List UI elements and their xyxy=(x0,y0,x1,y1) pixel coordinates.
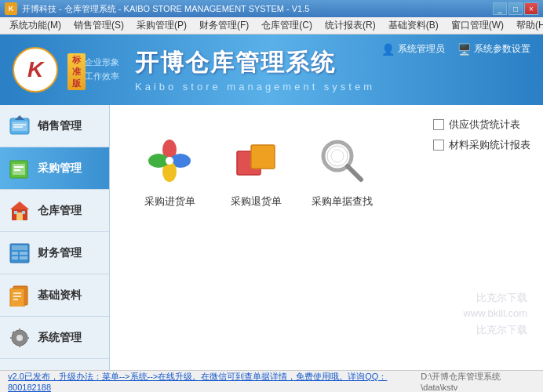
purchase-return-icon-box xyxy=(228,133,283,188)
brand-badge: 标准版 xyxy=(67,53,86,90)
sidebar-label-purchase: 采购管理 xyxy=(38,162,82,176)
sidebar-label-basic: 基础资料 xyxy=(38,289,82,303)
svg-rect-21 xyxy=(10,289,24,307)
sidebar-item-sales[interactable]: 销售管理 xyxy=(0,105,109,147)
menu-sales[interactable]: 销售管理(S) xyxy=(67,17,130,34)
title-bar: K 开博科技 - 仓库管理系统 - KAIBO STORE MANAGEMENT… xyxy=(0,0,543,17)
purchase-return-item[interactable]: 采购退货单 xyxy=(224,133,287,209)
checkbox-material-label: 材料采购统计报表 xyxy=(449,138,530,152)
window-title: 开博科技 - 仓库管理系统 - KAIBO STORE MANAGEMENT S… xyxy=(22,3,309,15)
menu-system[interactable]: 系统功能(M) xyxy=(3,17,67,34)
app-title: 开博仓库管理系统 Kaibo store management system xyxy=(135,47,375,93)
svg-rect-16 xyxy=(12,252,18,255)
svg-rect-30 xyxy=(26,337,29,339)
sidebar-label-warehouse: 仓库管理 xyxy=(38,204,82,218)
svg-rect-17 xyxy=(20,252,27,255)
svg-rect-27 xyxy=(19,328,20,332)
checkbox-material-box[interactable] xyxy=(433,140,444,151)
user-label: 系统管理员 xyxy=(398,42,445,56)
window-controls[interactable]: _ □ × xyxy=(493,2,538,15)
status-bar: v2.0已发布，升级办法：菜单-->系统-->在线升级。在微信可到查单据详情，免… xyxy=(0,370,543,392)
app-title-cn: 开博仓库管理系统 xyxy=(135,47,375,79)
purchase-icon xyxy=(8,157,31,180)
sidebar-label-sales: 销售管理 xyxy=(38,119,82,133)
svg-rect-11 xyxy=(16,212,23,220)
purchase-search-item[interactable]: 采购单据查找 xyxy=(311,133,374,209)
svg-rect-12 xyxy=(14,211,17,214)
warehouse-icon xyxy=(8,199,31,223)
settings-icon: 🖥️ xyxy=(457,43,471,56)
svg-marker-4 xyxy=(15,115,24,120)
app-icon: K xyxy=(5,2,17,15)
sidebar-item-basic[interactable]: 基础资料 xyxy=(0,274,109,317)
title-bar-left: K 开博科技 - 仓库管理系统 - KAIBO STORE MANAGEMENT… xyxy=(5,2,309,15)
system-icon xyxy=(8,326,31,350)
menu-bar: 系统功能(M) 销售管理(S) 采购管理(P) 财务管理(F) 仓库管理(C) … xyxy=(0,17,543,34)
svg-point-26 xyxy=(16,335,23,341)
basic-icon xyxy=(8,284,31,307)
finance-icon xyxy=(8,241,31,265)
menu-warehouse[interactable]: 仓库管理(C) xyxy=(255,17,319,34)
svg-rect-28 xyxy=(19,344,20,347)
logo: K xyxy=(13,47,58,93)
app-title-en: Kaibo store management system xyxy=(135,81,375,93)
sales-icon xyxy=(8,114,31,138)
user-info[interactable]: 👤 系统管理员 xyxy=(381,42,445,56)
svg-marker-9 xyxy=(10,201,29,209)
svg-line-42 xyxy=(348,166,361,180)
status-link[interactable]: v2.0已发布，升级办法：菜单-->系统-->在线升级。在微信可到查单据详情，免… xyxy=(8,371,421,392)
settings-label: 系统参数设置 xyxy=(474,42,530,56)
logo-area: K 标准版 提升企业形象 提高工作效率 xyxy=(13,47,119,93)
svg-rect-39 xyxy=(251,145,275,169)
purchase-in-item[interactable]: 采购进货单 xyxy=(138,133,201,209)
sidebar: 销售管理 采购管理 xyxy=(0,105,110,370)
sidebar-item-warehouse[interactable]: 仓库管理 xyxy=(0,190,109,232)
menu-report[interactable]: 统计报表(R) xyxy=(319,17,382,34)
menu-purchase[interactable]: 采购管理(P) xyxy=(130,17,193,34)
sidebar-label-system: 系统管理 xyxy=(38,331,82,345)
svg-rect-18 xyxy=(12,256,18,260)
checkbox-supplier-label: 供应供货统计表 xyxy=(449,118,520,132)
status-path: D:\开博仓库管理系统\data\kstv xyxy=(421,371,535,392)
logo-letter: K xyxy=(27,57,43,82)
checkbox-supplier-box[interactable] xyxy=(433,119,444,130)
svg-rect-15 xyxy=(12,245,27,250)
close-button[interactable]: × xyxy=(524,2,538,15)
app-header: K 标准版 提升企业形象 提高工作效率 开博仓库管理系统 Kaibo store… xyxy=(0,34,543,105)
svg-point-37 xyxy=(166,157,173,165)
sidebar-label-finance: 财务管理 xyxy=(38,246,82,260)
sidebar-item-system[interactable]: 系统管理 xyxy=(0,317,109,359)
purchase-in-label: 采购进货单 xyxy=(144,194,195,209)
menu-help[interactable]: 帮助(H) xyxy=(510,17,543,34)
purchase-in-icon-box xyxy=(142,133,197,188)
purchase-search-icon-box xyxy=(315,133,370,188)
sidebar-item-purchase[interactable]: 采购管理 xyxy=(0,147,109,190)
sidebar-item-finance[interactable]: 财务管理 xyxy=(0,232,109,274)
svg-point-41 xyxy=(327,146,348,166)
main-content: 销售管理 采购管理 xyxy=(0,105,543,370)
svg-rect-1 xyxy=(12,122,27,131)
menu-basic[interactable]: 基础资料(B) xyxy=(382,17,445,34)
svg-rect-29 xyxy=(10,337,13,339)
purchase-search-label: 采购单据查找 xyxy=(312,194,373,209)
svg-rect-19 xyxy=(20,256,27,260)
maximize-button[interactable]: □ xyxy=(508,2,523,15)
watermark: 比克尔下载 www.bkill.com 比克尔下载 xyxy=(463,290,527,339)
user-icon: 👤 xyxy=(381,43,395,56)
menu-window[interactable]: 窗口管理(W) xyxy=(445,17,510,34)
svg-rect-13 xyxy=(22,211,25,214)
purchase-return-label: 采购退货单 xyxy=(231,194,282,209)
content-area: 采购进货单 采购退货单 xyxy=(110,105,543,370)
menu-finance[interactable]: 财务管理(F) xyxy=(193,17,255,34)
right-panel: 供应供货统计表 材料采购统计报表 xyxy=(433,118,530,152)
minimize-button[interactable]: _ xyxy=(493,2,507,15)
settings-link[interactable]: 🖥️ 系统参数设置 xyxy=(457,42,530,56)
checkbox-supplier-stats[interactable]: 供应供货统计表 xyxy=(433,118,530,132)
header-right: 👤 系统管理员 🖥️ 系统参数设置 xyxy=(381,42,530,56)
checkbox-material-stats[interactable]: 材料采购统计报表 xyxy=(433,138,530,152)
